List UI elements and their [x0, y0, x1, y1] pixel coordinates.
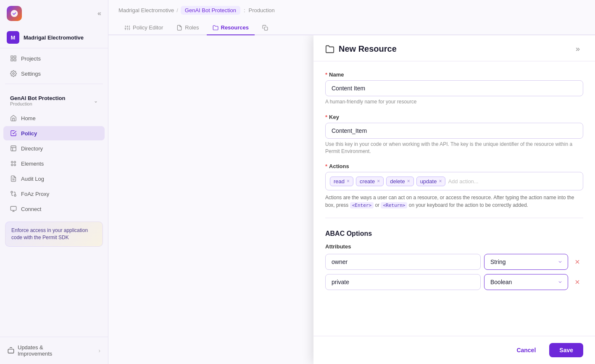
svg-point-15: [11, 191, 13, 193]
sidebar-item-audit-log[interactable]: Audit Log: [3, 171, 105, 186]
action-tag-update-remove[interactable]: ×: [439, 178, 442, 184]
actions-hint: Actions are the ways a user can act on a…: [325, 194, 583, 209]
cancel-button[interactable]: Cancel: [508, 343, 544, 357]
abac-section: ABAC Options Attributes String Boolean N…: [325, 230, 583, 290]
key-required-star: *: [325, 114, 327, 120]
tab-policy-editor[interactable]: Policy Editor: [118, 21, 169, 35]
sidebar-item-policy-label: Policy: [21, 130, 37, 137]
action-tag-delete: delete ×: [386, 177, 413, 186]
section-divider: [325, 218, 583, 218]
key-field-group: * Key Use this key in your code or when …: [325, 114, 583, 155]
resources-body: Resources reflecte system. Define reso N…: [108, 35, 595, 364]
action-tag-create-remove[interactable]: ×: [377, 178, 380, 184]
grid-icon: [10, 55, 17, 62]
key-input[interactable]: [325, 123, 583, 139]
sidebar-item-foaz-proxy[interactable]: FoAz Proxy: [3, 187, 105, 201]
abac-row-owner: String Boolean Number Array Object Json: [325, 254, 583, 270]
sidebar-item-elements-label: Elements: [21, 161, 44, 167]
abac-type-select-private[interactable]: String Boolean Number Array Object Json: [484, 274, 568, 290]
sidebar-item-projects-label: Projects: [21, 55, 41, 62]
action-tag-create-label: create: [360, 178, 375, 185]
tab-roles[interactable]: Roles: [171, 21, 205, 35]
panel-body: * Name A human-friendly name for your re…: [313, 61, 595, 336]
sidebar-item-connect[interactable]: Connect: [3, 202, 105, 216]
sdk-banner[interactable]: Enforce access in your application code …: [5, 222, 103, 247]
panel-footer: Cancel Save: [313, 336, 595, 364]
enter-code: <Enter>: [350, 202, 374, 208]
settings-icon: [10, 70, 17, 77]
breadcrumb-project: GenAI Bot Protection: [181, 6, 240, 15]
action-tag-read-remove[interactable]: ×: [347, 178, 350, 184]
elements-icon: [10, 160, 17, 167]
tab-more[interactable]: [256, 21, 274, 35]
svg-rect-0: [11, 56, 13, 58]
add-action-placeholder: Add action...: [448, 178, 478, 185]
tab-resources-label: Resources: [221, 24, 249, 31]
actions-required-star: *: [325, 163, 327, 169]
sidebar-item-home[interactable]: Home: [3, 111, 105, 125]
actions-label-text: Actions: [329, 163, 349, 169]
logo-icon: [7, 6, 22, 21]
sidebar-item-settings-label: Settings: [21, 71, 41, 77]
org-row[interactable]: M Madrigal Electromotive: [0, 27, 108, 48]
actions-container[interactable]: read × create × delete × update: [325, 172, 583, 190]
panel-title-icon: [325, 45, 334, 54]
sidebar-item-directory-label: Directory: [21, 145, 43, 152]
action-tag-update-label: update: [420, 178, 437, 185]
updates-icon: [8, 347, 14, 354]
panel-header: New Resource »: [313, 35, 595, 61]
key-label-text: Key: [329, 114, 339, 120]
org-avatar: M: [7, 31, 19, 44]
sidebar-item-directory[interactable]: Directory: [3, 141, 105, 156]
abac-name-input-owner[interactable]: [325, 254, 481, 270]
updates-item[interactable]: Updates &Improvements ›: [3, 340, 105, 361]
abac-name-input-private[interactable]: [325, 274, 481, 290]
svg-point-10: [11, 164, 13, 166]
action-tag-read: read ×: [330, 177, 353, 186]
sliders-icon: [124, 25, 130, 31]
name-input[interactable]: [325, 80, 583, 96]
org-name: Madrigal Electromotive: [24, 34, 84, 41]
breadcrumb-sep1: /: [176, 7, 178, 13]
tabs: Policy Editor Roles Resources: [108, 21, 595, 35]
main-content: Madrigal Electromotive / GenAI Bot Prote…: [108, 0, 595, 364]
sidebar-item-connect-label: Connect: [21, 206, 41, 212]
sidebar-item-projects[interactable]: Projects: [3, 51, 105, 66]
copy-icon: [262, 25, 268, 31]
panel-title-row: New Resource: [325, 44, 397, 54]
sidebar-item-policy[interactable]: Policy: [3, 126, 105, 140]
action-tag-read-label: read: [334, 178, 345, 185]
action-tag-delete-label: delete: [390, 178, 405, 185]
breadcrumb: Madrigal Electromotive / GenAI Bot Prote…: [108, 0, 595, 21]
svg-point-11: [14, 164, 16, 166]
return-code: <Return>: [381, 202, 407, 208]
name-label-text: Name: [329, 71, 344, 78]
svg-point-14: [14, 195, 16, 196]
home-icon: [10, 115, 17, 121]
panel-close-button[interactable]: »: [572, 43, 583, 55]
sidebar-item-elements[interactable]: Elements: [3, 156, 105, 171]
project-header[interactable]: GenAI Bot Protection Production ⌄: [7, 92, 101, 109]
name-required-star: *: [325, 71, 327, 78]
action-tag-delete-remove[interactable]: ×: [407, 178, 410, 184]
project-section: GenAI Bot Protection Production ⌄: [0, 89, 108, 111]
save-button[interactable]: Save: [549, 343, 583, 357]
action-tag-create: create ×: [356, 177, 384, 186]
tab-resources[interactable]: Resources: [207, 21, 255, 35]
panel-title: New Resource: [339, 44, 397, 54]
abac-remove-owner[interactable]: [571, 256, 583, 268]
actions-label: * Actions: [325, 163, 583, 169]
svg-rect-5: [11, 146, 16, 151]
abac-remove-private[interactable]: [571, 276, 583, 288]
actions-field-group: * Actions read × create × delet: [325, 163, 583, 209]
abac-type-select-owner[interactable]: String Boolean Number Array Object Json: [484, 254, 568, 270]
svg-rect-29: [264, 27, 268, 30]
updates-left: Updates &Improvements: [8, 344, 52, 357]
svg-point-8: [11, 161, 13, 163]
sidebar-item-settings[interactable]: Settings: [3, 66, 105, 81]
breadcrumb-env: Production: [249, 7, 275, 13]
sidebar-bottom: Updates &Improvements ›: [0, 337, 108, 364]
roles-icon: [176, 25, 182, 31]
svg-rect-3: [11, 59, 13, 61]
collapse-button[interactable]: «: [97, 10, 101, 17]
